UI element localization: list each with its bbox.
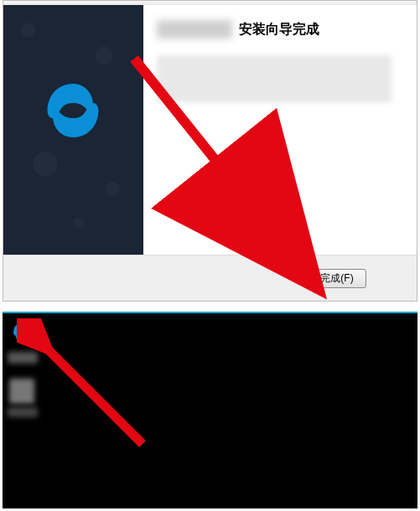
installer-main-panel: 安装向导完成 — [143, 5, 417, 256]
redacted-title-prefix — [157, 20, 232, 39]
desktop-window — [3, 312, 417, 508]
swirl-logo-icon — [41, 79, 105, 146]
redacted-body-text — [157, 55, 391, 102]
installer-window: 安装向导完成 完成(F) — [3, 0, 417, 302]
installer-sidebar — [3, 5, 143, 256]
redacted-item — [8, 352, 38, 364]
installer-footer: 完成(F) — [3, 255, 417, 301]
app-swirl-logo-icon[interactable] — [11, 320, 36, 348]
wizard-complete-title: 安装向导完成 — [239, 21, 319, 39]
redacted-item — [9, 379, 34, 404]
finish-button[interactable]: 完成(F) — [308, 269, 366, 288]
title-row: 安装向导完成 — [157, 20, 403, 39]
redacted-item — [8, 407, 38, 417]
